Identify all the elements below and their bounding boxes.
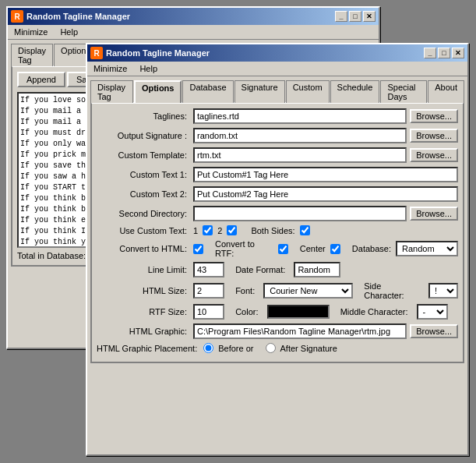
custom-text1-label: Custom Text 1:: [97, 170, 190, 179]
custom1-num: 1: [193, 226, 198, 235]
convert-html-checkbox[interactable]: [193, 244, 203, 254]
font-label: Font:: [235, 286, 255, 295]
bg-title-icon: R: [11, 10, 23, 23]
fg-title-icon: R: [90, 47, 103, 59]
bg-titlebar: R Random Tagline Manager _ □ ✕: [8, 8, 379, 25]
placement-radios: Before or After Signature: [203, 343, 337, 353]
rtf-size-label: RTF Size:: [97, 307, 190, 316]
fg-titlebar-buttons: _ □ ✕: [424, 48, 464, 58]
before-label: Before or: [218, 344, 253, 353]
fg-tab-specialdays[interactable]: Special Days: [380, 80, 427, 103]
html-size-input[interactable]: [193, 283, 224, 299]
bg-close-btn[interactable]: ✕: [363, 11, 376, 22]
custom-text2-row: Custom Text 2:: [97, 186, 458, 202]
convert-rtf-checkbox[interactable]: [278, 244, 288, 254]
fg-tab-custom[interactable]: Custom: [286, 80, 330, 103]
fg-tab-panel: Taglines: Browse... Output Signature : B…: [90, 102, 464, 363]
bg-titlebar-buttons: _ □ ✕: [335, 11, 376, 22]
fg-title-text: Random Tagline Manager: [106, 48, 210, 58]
bg-maximize-btn[interactable]: □: [349, 11, 361, 22]
bg-title-text: Random Tagline Manager: [26, 12, 130, 21]
custom-text2-input[interactable]: [193, 186, 458, 202]
before-radio[interactable]: [203, 343, 213, 353]
placement-row: HTML Graphic Placement: Before or After …: [97, 343, 458, 353]
fg-tab-options[interactable]: Options: [134, 80, 182, 103]
custom-template-input[interactable]: [193, 147, 407, 163]
taglines-row: Taglines: Browse...: [97, 108, 458, 124]
fg-tab-about[interactable]: About: [428, 80, 464, 103]
side-char-select[interactable]: ! | *: [428, 283, 458, 299]
fg-tab-schedule[interactable]: Schedule: [330, 80, 380, 103]
side-char-label: Side Character:: [364, 281, 420, 300]
date-format-label: Date Format:: [235, 265, 285, 274]
second-dir-input[interactable]: [193, 206, 407, 221]
custom-template-browse-btn[interactable]: Browse...: [410, 148, 458, 162]
custom-text2-label: Custom Text 2:: [97, 189, 190, 199]
taglines-label: Taglines:: [97, 111, 190, 121]
center-label: Center: [300, 244, 326, 253]
bg-menu-minimize[interactable]: Minimize: [11, 27, 51, 37]
bg-menubar: Minimize Help: [8, 25, 379, 40]
output-sig-browse-btn[interactable]: Browse...: [410, 129, 458, 143]
use-custom-label: Use Custom Text:: [97, 226, 190, 235]
fg-menubar: Minimize Help: [87, 62, 467, 76]
use-custom-checkboxes: 1 2 Both Sides:: [193, 225, 310, 235]
fg-titlebar: R Random Tagline Manager _ □ ✕: [87, 44, 467, 62]
fg-menu-minimize[interactable]: Minimize: [90, 63, 130, 74]
custom-text1-input[interactable]: [193, 167, 458, 182]
rtf-size-row: RTF Size: Color: Middle Character: - * =: [97, 304, 458, 320]
fg-tab-displaytag[interactable]: Display Tag: [90, 80, 133, 103]
both-sides-checkbox[interactable]: [300, 225, 310, 235]
bg-tab-displaytag[interactable]: Display Tag: [11, 44, 53, 66]
html-size-label: HTML Size:: [97, 286, 190, 295]
rtf-size-input[interactable]: [193, 304, 224, 320]
database-select[interactable]: Random Sequential: [396, 241, 458, 256]
line-limit-input[interactable]: [193, 262, 224, 277]
custom-template-row: Custom Template: Browse...: [97, 147, 458, 163]
after-label: After Signature: [280, 344, 337, 353]
convert-html-label: Convert to HTML:: [97, 244, 190, 253]
center-checkbox[interactable]: [330, 244, 340, 254]
color-label: Color:: [235, 307, 258, 316]
custom2-checkbox[interactable]: [227, 225, 237, 235]
database-label: Database:: [352, 244, 391, 253]
middle-char-label: Middle Character:: [340, 307, 408, 316]
taglines-input[interactable]: [193, 108, 407, 124]
both-sides-label: Both Sides:: [251, 226, 294, 235]
custom-text1-row: Custom Text 1:: [97, 167, 458, 182]
custom2-num: 2: [217, 226, 222, 235]
fg-menu-help[interactable]: Help: [136, 63, 160, 74]
second-dir-browse-btn[interactable]: Browse...: [410, 207, 458, 221]
convert-checkboxes: Convert to RTF: Center Database: Random …: [193, 239, 458, 258]
output-sig-row: Output Signature : Browse...: [97, 128, 458, 143]
fg-maximize-btn[interactable]: □: [438, 48, 450, 58]
output-sig-label: Output Signature :: [97, 131, 190, 140]
bg-menu-help[interactable]: Help: [57, 27, 81, 37]
fg-minimize-btn[interactable]: _: [424, 48, 436, 58]
fg-tab-signature[interactable]: Signature: [234, 80, 285, 103]
append-button[interactable]: Append: [17, 72, 65, 87]
after-radio[interactable]: [266, 343, 276, 353]
line-limit-row: Line Limit: Date Format:: [97, 262, 458, 277]
options-grid: Taglines: Browse... Output Signature : B…: [97, 108, 458, 353]
middle-char-select[interactable]: - * =: [417, 304, 448, 320]
date-format-input[interactable]: [294, 262, 340, 277]
convert-rtf-label: Convert to RTF:: [215, 239, 273, 258]
color-picker[interactable]: [267, 305, 330, 319]
html-graphic-browse-btn[interactable]: Browse...: [410, 324, 458, 338]
html-size-row: HTML Size: Font: Courier New Arial Times…: [97, 281, 458, 300]
status-text: Total in Database:: [17, 251, 86, 260]
fg-tabs: Display Tag Options Database Signature C…: [87, 76, 467, 102]
html-graphic-label: HTML Graphic:: [97, 327, 190, 336]
html-graphic-input[interactable]: [193, 323, 407, 339]
font-select[interactable]: Courier New Arial Times New Roman: [263, 283, 353, 299]
custom1-checkbox[interactable]: [203, 225, 213, 235]
second-dir-row: Second Directory: Browse...: [97, 206, 458, 221]
taglines-browse-btn[interactable]: Browse...: [410, 109, 458, 123]
custom-template-label: Custom Template:: [97, 150, 190, 160]
fg-close-btn[interactable]: ✕: [452, 48, 464, 58]
convert-row: Convert to HTML: Convert to RTF: Center …: [97, 239, 458, 258]
bg-minimize-btn[interactable]: _: [335, 11, 347, 22]
fg-tab-database[interactable]: Database: [182, 80, 233, 103]
output-sig-input[interactable]: [193, 128, 407, 143]
